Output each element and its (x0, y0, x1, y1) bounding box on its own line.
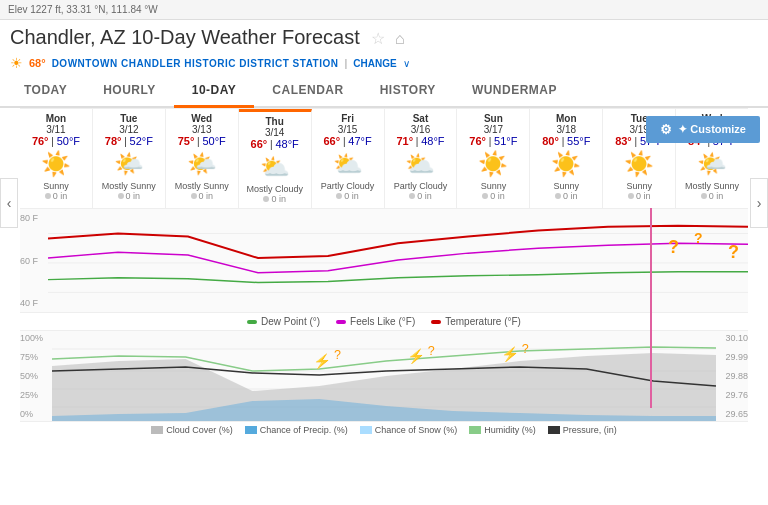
precipitation: 0 in (22, 191, 90, 201)
day-date: 3/15 (314, 124, 382, 135)
tab-hourly[interactable]: HOURLY (85, 75, 174, 108)
tab-wundermap[interactable]: WUNDERMAP (454, 75, 575, 108)
day-weather-icon: ⛅ (314, 150, 382, 178)
station-name: DOWNTOWN CHANDLER HISTORIC DISTRICT STAT… (52, 58, 339, 69)
day-weather-icon: ☀️ (459, 150, 527, 178)
top-bar: Elev 1227 ft, 33.31 °N, 111.84 °W (0, 0, 768, 20)
day-description: Sunny (459, 181, 527, 191)
star-icon[interactable]: ☆ (371, 30, 385, 47)
legend-dew-point: Dew Point (°) (247, 316, 320, 327)
precipitation: 0 in (314, 191, 382, 201)
tab-10day[interactable]: 10-DAY (174, 75, 255, 108)
page-title: Chandler, AZ 10-Day Weather Forecast ☆ ⌂ (10, 26, 405, 49)
day-name: Sun (459, 113, 527, 124)
day-col[interactable]: Mon 3/18 80° | 55°F ☀️ Sunny 0 in (530, 109, 603, 208)
day-description: Partly Cloudy (314, 181, 382, 191)
day-description: Sunny (605, 181, 673, 191)
day-description: Mostly Sunny (678, 181, 746, 191)
svg-text:?: ? (694, 230, 703, 246)
precipitation: 0 in (241, 194, 309, 204)
precipitation: 0 in (168, 191, 236, 201)
legend-pressure: Pressure, (in) (548, 425, 617, 435)
day-col[interactable]: Sat 3/16 71° | 48°F ⛅ Partly Cloudy 0 in (385, 109, 458, 208)
legend-snow: Chance of Snow (%) (360, 425, 458, 435)
day-date: 3/11 (22, 124, 90, 135)
day-description: Mostly Sunny (95, 181, 163, 191)
tab-calendar[interactable]: CALENDAR (254, 75, 361, 108)
prev-button[interactable]: ‹ (0, 178, 18, 228)
day-date: 3/14 (241, 127, 309, 138)
legend-precip: Chance of Precip. (%) (245, 425, 348, 435)
day-description: Sunny (532, 181, 600, 191)
svg-text:?: ? (522, 342, 529, 356)
day-col[interactable]: Wed 3/13 75° | 50°F 🌤️ Mostly Sunny 0 in (166, 109, 239, 208)
temp-range: 75° | 50°F (168, 135, 236, 147)
day-col[interactable]: Sun 3/17 76° | 51°F ☀️ Sunny 0 in (457, 109, 530, 208)
day-weather-icon: ⛅ (241, 153, 309, 181)
svg-text:?: ? (428, 344, 435, 358)
day-weather-icon: ☀️ (22, 150, 90, 178)
svg-text:?: ? (668, 237, 679, 257)
temp-range: 80° | 55°F (532, 135, 600, 147)
precipitation: 0 in (605, 191, 673, 201)
day-date: 3/13 (168, 124, 236, 135)
y-axis-pressure: 30.10 29.99 29.88 29.76 29.65 (716, 331, 748, 421)
day-weather-icon: 🌤️ (95, 150, 163, 178)
days-container: Mon 3/11 76° | 50°F ☀️ Sunny 0 in Tue 3/… (20, 108, 748, 208)
day-col[interactable]: Mon 3/11 76° | 50°F ☀️ Sunny 0 in (20, 109, 93, 208)
day-date: 3/12 (95, 124, 163, 135)
day-weather-icon: 🌤️ (678, 150, 746, 178)
svg-text:⚡: ⚡ (501, 345, 519, 363)
day-weather-icon: ☀️ (532, 150, 600, 178)
precip-chart-svg: ⚡ ? ⚡ ? ⚡ ? (52, 331, 716, 421)
y-axis-precip: 100% 75% 50% 25% 0% (20, 331, 52, 421)
precipitation: 0 in (95, 191, 163, 201)
home-icon[interactable]: ⌂ (395, 30, 405, 47)
next-button[interactable]: › (750, 178, 768, 228)
station-bar: ☀ 68° DOWNTOWN CHANDLER HISTORIC DISTRIC… (0, 53, 768, 75)
legend-humidity: Humidity (%) (469, 425, 536, 435)
day-col[interactable]: Thu 3/14 66° | 48°F ⛅ Mostly Cloudy 0 in (239, 109, 312, 208)
temp-range: 76° | 51°F (459, 135, 527, 147)
day-name: Mon (22, 113, 90, 124)
precip-chart-legend: Cloud Cover (%) Chance of Precip. (%) Ch… (20, 421, 748, 438)
day-name: Wed (168, 113, 236, 124)
day-description: Partly Cloudy (387, 181, 455, 191)
precip-chart: 100% 75% 50% 25% 0% 30.10 29.99 29.88 29… (20, 331, 748, 421)
temp-range: 76° | 50°F (22, 135, 90, 147)
precipitation: 0 in (678, 191, 746, 201)
legend-feels-like: Feels Like (°F) (336, 316, 415, 327)
day-name: Mon (532, 113, 600, 124)
precipitation: 0 in (387, 191, 455, 201)
temp-chart: 80 F 60 F 40 F ? ? ? (20, 208, 748, 313)
svg-text:⚡: ⚡ (407, 347, 425, 365)
day-description: Mostly Sunny (168, 181, 236, 191)
day-col[interactable]: Fri 3/15 66° | 47°F ⛅ Partly Cloudy 0 in (312, 109, 385, 208)
nav-tabs: TODAYHOURLY10-DAYCALENDARHISTORYWUNDERMA… (0, 75, 768, 108)
day-name: Thu (241, 116, 309, 127)
dropdown-icon[interactable]: ∨ (403, 58, 410, 69)
tab-history[interactable]: HISTORY (362, 75, 454, 108)
day-weather-icon: 🌤️ (168, 150, 236, 178)
charts-wrapper: 80 F 60 F 40 F ? ? ? (0, 208, 768, 438)
customize-button[interactable]: ⚙ ✦ Customize (646, 116, 760, 143)
day-name: Fri (314, 113, 382, 124)
sun-icon: ☀ (10, 55, 23, 71)
day-date: 3/18 (532, 124, 600, 135)
day-name: Tue (95, 113, 163, 124)
change-link[interactable]: CHANGE (353, 58, 396, 69)
svg-text:?: ? (728, 242, 739, 262)
current-temp: 68° (29, 57, 46, 69)
header: Chandler, AZ 10-Day Weather Forecast ☆ ⌂ (0, 20, 768, 53)
day-date: 3/16 (387, 124, 455, 135)
temp-range: 66° | 47°F (314, 135, 382, 147)
day-col[interactable]: Tue 3/12 78° | 52°F 🌤️ Mostly Sunny 0 in (93, 109, 166, 208)
y-axis-temp: 80 F 60 F 40 F (20, 209, 48, 312)
day-description: Sunny (22, 181, 90, 191)
temp-range: 78° | 52°F (95, 135, 163, 147)
day-name: Sat (387, 113, 455, 124)
day-weather-icon: ⛅ (387, 150, 455, 178)
temp-chart-svg: ? ? ? (48, 209, 748, 312)
tab-today[interactable]: TODAY (6, 75, 85, 108)
day-date: 3/17 (459, 124, 527, 135)
